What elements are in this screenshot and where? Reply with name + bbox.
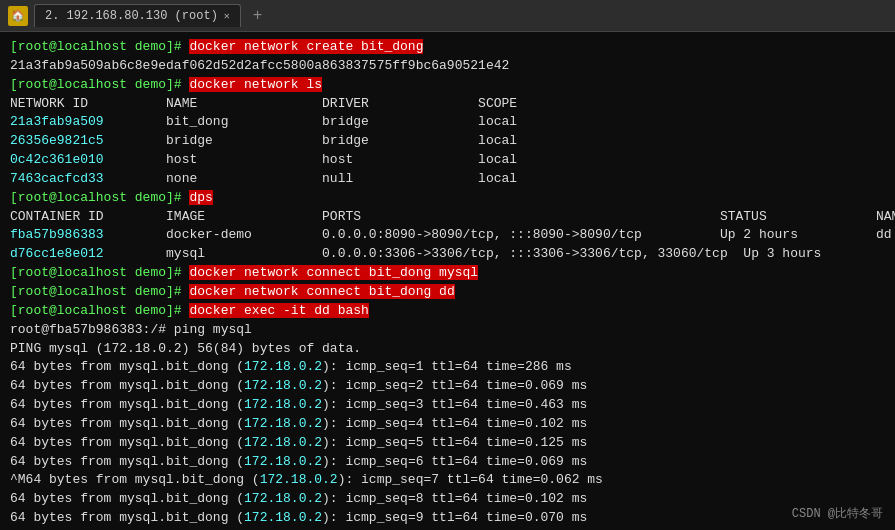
terminal-line: 7463cacfcd33 none null local xyxy=(10,170,885,189)
tab-label: 2. 192.168.80.130 (root) xyxy=(45,9,218,23)
terminal-tab[interactable]: 2. 192.168.80.130 (root) ✕ xyxy=(34,4,241,27)
terminal-line: ^M64 bytes from mysql.bit_dong (172.18.0… xyxy=(10,471,885,490)
terminal-line: 64 bytes from mysql.bit_dong (172.18.0.2… xyxy=(10,396,885,415)
terminal-line: d76cc1e8e012 mysql 0.0.0.0:3306->3306/tc… xyxy=(10,245,885,264)
terminal-line: [root@localhost demo]# docker exec -it d… xyxy=(10,302,885,321)
terminal-line: root@fba57b986383:/# ping mysql xyxy=(10,321,885,340)
terminal-line: fba57b986383 docker-demo 0.0.0.0:8090->8… xyxy=(10,226,885,245)
terminal-line: 64 bytes from mysql.bit_dong (172.18.0.2… xyxy=(10,415,885,434)
terminal-line: CONTAINER ID IMAGE PORTS STATUS NAMES xyxy=(10,208,885,227)
terminal-line: 64 bytes from mysql.bit_dong (172.18.0.2… xyxy=(10,509,885,528)
terminal-line: [root@localhost demo]# docker network co… xyxy=(10,283,885,302)
main-window: 🏠 2. 192.168.80.130 (root) ✕ + [root@loc… xyxy=(0,0,895,530)
terminal-line: 26356e9821c5 bridge bridge local xyxy=(10,132,885,151)
terminal-wrapper: [root@localhost demo]# docker network cr… xyxy=(0,32,895,530)
terminal-line: 21a3fab9a509 bit_dong bridge local xyxy=(10,113,885,132)
terminal-line: [root@localhost demo]# dps xyxy=(10,189,885,208)
watermark: CSDN @比特冬哥 xyxy=(792,505,883,522)
title-bar: 🏠 2. 192.168.80.130 (root) ✕ + xyxy=(0,0,895,32)
terminal-line: NETWORK ID NAME DRIVER SCOPE xyxy=(10,95,885,114)
terminal-line: 64 bytes from mysql.bit_dong (172.18.0.2… xyxy=(10,490,885,509)
app-icon: 🏠 xyxy=(8,6,28,26)
terminal-line: 21a3fab9a509ab6c8e9edaf062d52d2afcc5800a… xyxy=(10,57,885,76)
terminal-line: [root@localhost demo]# docker network cr… xyxy=(10,38,885,57)
terminal-body[interactable]: [root@localhost demo]# docker network cr… xyxy=(0,32,895,530)
terminal-line: 0c42c361e010 host host local xyxy=(10,151,885,170)
terminal-line: 64 bytes from mysql.bit_dong (172.18.0.2… xyxy=(10,453,885,472)
close-icon[interactable]: ✕ xyxy=(224,10,230,22)
terminal-line: [root@localhost demo]# docker network ls xyxy=(10,76,885,95)
terminal-line: 64 bytes from mysql.bit_dong (172.18.0.2… xyxy=(10,377,885,396)
terminal-line: 64 bytes from mysql.bit_dong (172.18.0.2… xyxy=(10,434,885,453)
terminal-line: PING mysql (172.18.0.2) 56(84) bytes of … xyxy=(10,340,885,359)
terminal-line: [root@localhost demo]# docker network co… xyxy=(10,264,885,283)
new-tab-button[interactable]: + xyxy=(247,7,269,25)
terminal-line: 64 bytes from mysql.bit_dong (172.18.0.2… xyxy=(10,358,885,377)
